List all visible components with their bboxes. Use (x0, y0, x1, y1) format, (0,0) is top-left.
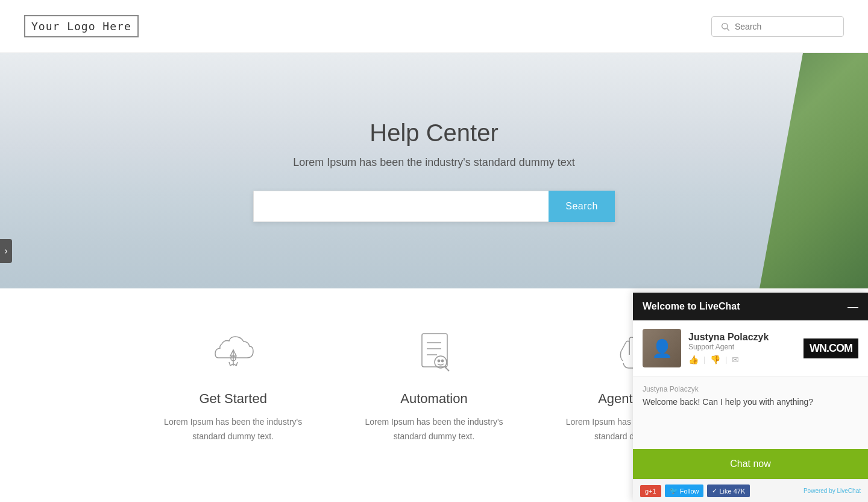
agent-brand-logo: WN.COM (804, 338, 858, 358)
agent-avatar (643, 329, 681, 367)
livechat-widget: Welcome to LiveChat — Justyna Polaczyk S… (633, 293, 868, 492)
sidebar-toggle-icon: › (4, 246, 7, 256)
livechat-minimize-button[interactable]: — (848, 301, 858, 312)
twitter-bird-icon: 🐦 (670, 487, 678, 492)
g-plus-label: g+1 (645, 488, 656, 492)
category-desc-get-started: Lorem Ipsum has been the industry's stan… (151, 415, 315, 444)
twitter-follow-button[interactable]: 🐦 Follow (665, 485, 704, 492)
svg-point-0 (722, 23, 728, 28)
category-card-automation: Automation Lorem Ipsum has been the indu… (351, 325, 516, 444)
thumbs-up-icon[interactable]: 👍 (688, 355, 699, 364)
svg-line-9 (445, 367, 449, 371)
agent-name: Justyna Polaczyk (688, 332, 796, 343)
automation-icon (407, 325, 461, 379)
hero-title: Help Center (370, 119, 498, 147)
header-search-input[interactable] (735, 22, 835, 31)
social-divider-2: | (725, 355, 727, 364)
get-started-icon (206, 325, 260, 379)
hero-search-button[interactable]: Search (549, 191, 615, 222)
logo-text: Your Logo Here (31, 20, 131, 33)
chat-now-button[interactable]: Chat now (633, 449, 868, 479)
svg-point-11 (441, 360, 444, 362)
category-title-get-started: Get Started (199, 391, 267, 407)
agent-avatar-image (643, 329, 681, 367)
thumbs-down-icon[interactable]: 👎 (710, 355, 720, 364)
category-card-get-started: Get Started Lorem Ipsum has been the ind… (151, 325, 315, 444)
agent-role: Support Agent (688, 343, 796, 351)
logo: Your Logo Here (24, 15, 139, 37)
fb-checkmark-icon: ✓ (712, 487, 717, 492)
hero-search-bar: Search (253, 191, 615, 222)
livechat-agent-section: Justyna Polaczyk Support Agent 👍 | 👎 | ✉… (633, 320, 868, 376)
email-icon[interactable]: ✉ (732, 355, 739, 364)
like-label: Like 47K (719, 488, 745, 492)
category-title-automation: Automation (400, 391, 467, 407)
message-bubble: Welcome back! Can I help you with anythi… (643, 396, 858, 408)
powered-by-text: Powered by LiveChat (804, 488, 861, 492)
livechat-header: Welcome to LiveChat — (633, 293, 868, 320)
facebook-like-button[interactable]: ✓ Like 47K (707, 485, 750, 492)
livechat-message-area: Justyna Polaczyk Welcome back! Can I hel… (633, 376, 868, 449)
hero-subtitle: Lorem Ipsum has been the industry's stan… (293, 156, 575, 169)
social-divider-1: | (703, 355, 705, 364)
follow-label: Follow (680, 488, 699, 492)
hero-section: Help Center Lorem Ipsum has been the ind… (0, 53, 868, 288)
powered-by-label: Powered by LiveChat (804, 488, 861, 492)
message-sender: Justyna Polaczyk (643, 385, 858, 393)
livechat-footer: g+1 🐦 Follow ✓ Like 47K Powered by LiveC… (633, 479, 868, 492)
svg-line-1 (727, 28, 729, 31)
hero-search-input[interactable] (253, 191, 549, 222)
agent-social: 👍 | 👎 | ✉ (688, 355, 796, 364)
sidebar-toggle[interactable]: › (0, 239, 12, 263)
livechat-header-title: Welcome to LiveChat (643, 301, 740, 312)
svg-point-10 (438, 360, 440, 362)
agent-info: Justyna Polaczyk Support Agent 👍 | 👎 | ✉ (688, 332, 796, 364)
header-search-wrapper[interactable] (711, 16, 844, 37)
category-desc-automation: Lorem Ipsum has been the industry's stan… (351, 415, 516, 444)
header: Your Logo Here (0, 0, 868, 53)
google-plus-button[interactable]: g+1 (640, 485, 661, 492)
search-icon (720, 22, 730, 31)
svg-point-8 (435, 356, 447, 368)
